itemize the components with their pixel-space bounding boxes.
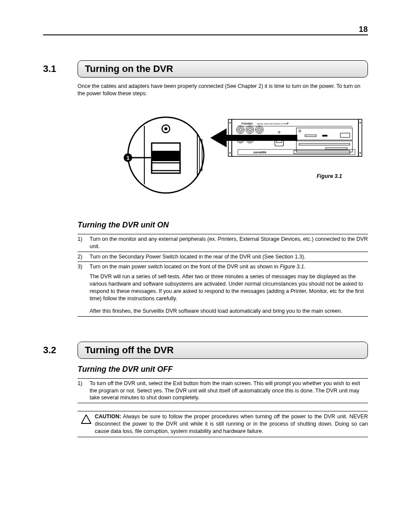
step-number: 1) — [78, 380, 90, 402]
svg-point-30 — [299, 130, 301, 132]
section-3-1: 3.1 Turning on the DVR Once the cables a… — [43, 60, 368, 317]
step-row: 3) Turn on the main power switch located… — [78, 262, 368, 316]
step-row: 1) To turn off the DVR unit, select the … — [78, 379, 368, 404]
section-heading-row: 3.1 Turning on the DVR — [43, 60, 368, 78]
steps-on: 1) Turn on the monitor and any external … — [78, 234, 368, 317]
step-row: 1) Turn on the monitor and any external … — [78, 234, 368, 252]
svg-point-13 — [239, 128, 242, 131]
svg-point-28 — [278, 131, 280, 133]
caution-icon — [78, 413, 95, 435]
svg-point-3 — [230, 152, 231, 153]
caution-label: CAUTION: — [95, 414, 121, 420]
svg-point-10 — [287, 122, 289, 124]
page-number: 18 — [359, 25, 368, 34]
svg-text:DIGITAL VIDEO RECORDING SYSTEM: DIGITAL VIDEO RECORDING SYSTEM — [257, 123, 288, 125]
svg-point-19 — [258, 128, 261, 131]
svg-point-18 — [257, 127, 262, 132]
svg-marker-54 — [81, 415, 91, 423]
svg-rect-32 — [322, 135, 327, 137]
step-number: 1) — [78, 236, 90, 250]
svg-rect-4 — [358, 119, 362, 156]
svg-marker-41 — [210, 128, 227, 147]
svg-point-2 — [230, 122, 231, 123]
step-text: Turn on the Secondary Power Switch locat… — [90, 253, 368, 261]
subheading-off: Turning the DVR unit OFF — [78, 365, 368, 374]
step-text: To turn off the DVR unit, select the Exi… — [90, 380, 368, 402]
step3-line1b: . — [304, 264, 305, 270]
svg-text:surveillix: surveillix — [253, 151, 267, 154]
svg-point-16 — [249, 128, 251, 131]
svg-text:1: 1 — [126, 154, 129, 161]
svg-rect-35 — [299, 143, 350, 145]
svg-rect-40 — [224, 135, 297, 141]
caution-body: Always be sure to follow the proper proc… — [95, 414, 368, 434]
step-number: 3) — [78, 263, 90, 314]
section-number: 3.1 — [43, 63, 78, 75]
figure-3-1-svg: TOSHIBA DIGITAL VIDEO RECORDING SYSTEM — [78, 113, 366, 199]
step-text: Turn on the monitor and any external per… — [90, 236, 368, 250]
svg-point-5 — [360, 122, 361, 123]
section-3-2: 3.2 Turning off the DVR Turning the DVR … — [43, 342, 368, 437]
figure-caption: Figure 3.1 — [317, 173, 342, 179]
svg-point-12 — [238, 127, 243, 132]
step-text: Turn on the main power switch located on… — [90, 263, 368, 314]
step-number: 2) — [78, 253, 90, 261]
caution-box: CAUTION: Always be sure to follow the pr… — [78, 411, 368, 437]
svg-rect-29 — [296, 128, 352, 140]
figure-3-1: TOSHIBA DIGITAL VIDEO RECORDING SYSTEM — [78, 113, 368, 203]
section-title: Turning on the DVR — [78, 60, 368, 78]
step-row: 2) Turn on the Secondary Power Switch lo… — [78, 252, 368, 262]
svg-point-15 — [247, 127, 252, 132]
svg-text:TOSHIBA: TOSHIBA — [241, 122, 253, 125]
svg-rect-31 — [305, 135, 316, 137]
section-heading-row: 3.2 Turning off the DVR — [43, 342, 368, 359]
step3-figref: Figure 3.1 — [280, 264, 304, 270]
page-header-rule: 18 — [43, 26, 368, 35]
svg-point-47 — [165, 127, 168, 130]
steps-off: 1) To turn off the DVR unit, select the … — [78, 378, 368, 404]
subheading-on: Turning the DVR unit ON — [78, 221, 368, 230]
svg-point-6 — [360, 152, 361, 153]
svg-rect-49 — [152, 151, 180, 161]
caution-text: CAUTION: Always be sure to follow the pr… — [95, 413, 368, 435]
section-intro: Once the cables and adapters have been p… — [78, 83, 368, 97]
svg-rect-33 — [340, 133, 350, 137]
section-number: 3.2 — [43, 345, 78, 356]
section-title: Turning off the DVR — [78, 342, 368, 359]
step3-para3: After this finishes, the Surveillix DVR … — [90, 308, 368, 315]
step3-para2: The DVR will run a series of self-tests.… — [90, 273, 368, 302]
svg-rect-36 — [326, 148, 347, 149]
step3-line1a: Turn on the main power switch located on… — [90, 264, 280, 270]
